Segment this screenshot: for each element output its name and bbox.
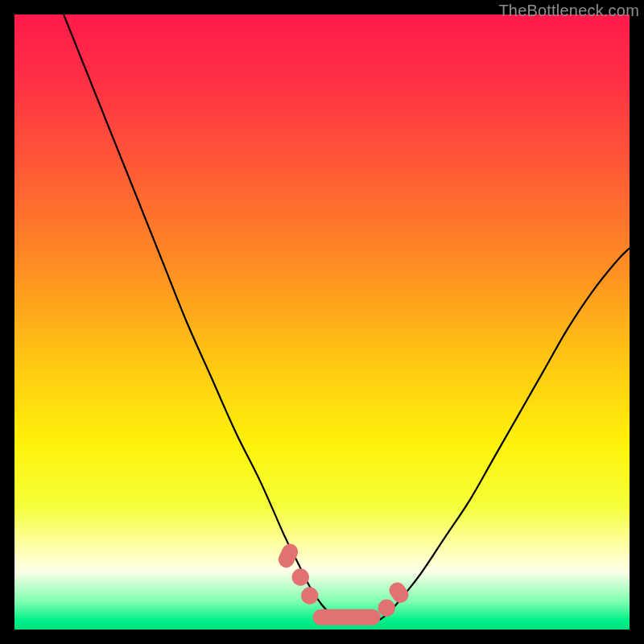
chart-background — [14, 14, 630, 630]
watermark-text: TheBottleneck.com — [498, 2, 639, 20]
chart-frame — [14, 14, 630, 630]
marker-dot — [292, 568, 309, 585]
marker-dot — [301, 587, 318, 604]
marker-dot — [378, 600, 395, 617]
marker-pill — [313, 609, 381, 625]
bottleneck-chart — [14, 14, 630, 630]
